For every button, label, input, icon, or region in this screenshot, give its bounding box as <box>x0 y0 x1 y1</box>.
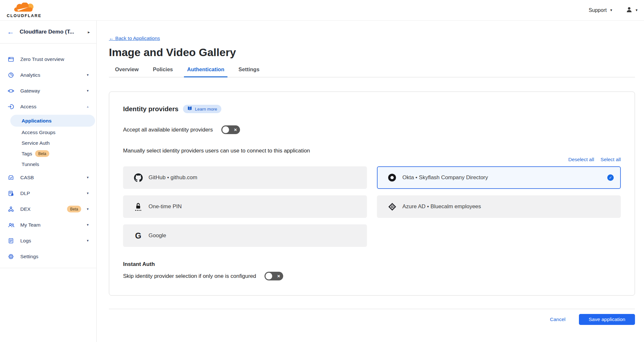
azure-ad-icon <box>387 202 397 211</box>
sidebar-item-casb[interactable]: CASB ▾ <box>0 170 96 185</box>
learn-more-label: Learn more <box>195 107 217 112</box>
toggle-off-x-icon: ✕ <box>277 274 280 278</box>
identity-providers-card: Identity providers Learn more Accept all… <box>109 92 635 296</box>
selection-links: Deselect all Select all <box>123 157 621 162</box>
gateway-icon <box>8 88 15 94</box>
tab-settings[interactable]: Settings <box>235 66 263 77</box>
sidebar-item-access[interactable]: Access ▴ <box>0 99 96 114</box>
cloudflare-logo-text: CLOUDFLARE <box>7 14 42 18</box>
cloudflare-logo[interactable]: CLOUDFLARE <box>4 3 44 18</box>
back-to-applications-link[interactable]: ← Back to Applications <box>109 35 160 41</box>
provider-one-time-pin[interactable]: One-time PIN <box>123 195 367 218</box>
instant-auth-label: Skip identity provider selection if only… <box>123 273 256 279</box>
page-title: Image and Video Gallery <box>109 46 635 59</box>
toggle-off-x-icon: ✕ <box>234 127 237 132</box>
accept-all-toggle[interactable]: ✕ <box>221 125 240 134</box>
top-bar: CLOUDFLARE Support ▼ ▼ <box>0 0 644 21</box>
cloudflare-cloud-icon <box>10 3 38 14</box>
main-content: ← Back to Applications Image and Video G… <box>97 21 644 342</box>
footer-divider <box>109 309 635 309</box>
tab-bar: Overview Policies Authentication Setting… <box>109 66 635 77</box>
okta-icon <box>387 173 397 182</box>
sidebar-account-header: ← Cloudflare Demo (T... ▸ <box>0 21 96 44</box>
access-login-icon <box>8 103 15 110</box>
back-arrow-icon[interactable]: ← <box>7 28 14 35</box>
account-name[interactable]: Cloudflare Demo (T... <box>20 29 82 35</box>
save-application-button[interactable]: Save application <box>579 314 635 325</box>
beta-badge: Beta <box>35 150 50 157</box>
sidebar-item-applications[interactable]: Applications <box>10 115 95 127</box>
sidebar-item-access-groups[interactable]: Access Groups <box>0 127 96 138</box>
chevron-down-icon: ▾ <box>87 175 89 180</box>
chevron-down-icon: ▾ <box>87 89 89 93</box>
sidebar-nav: Zero Trust overview Analytics ▾ Gateway … <box>0 44 96 268</box>
sidebar-item-logs[interactable]: Logs ▾ <box>0 233 96 249</box>
instant-auth-toggle[interactable]: ✕ <box>264 272 283 280</box>
sidebar-divider <box>0 268 96 268</box>
sidebar-item-zero-trust-overview[interactable]: Zero Trust overview <box>0 51 96 67</box>
chevron-right-icon[interactable]: ▸ <box>88 30 90 34</box>
overview-window-icon <box>8 56 15 63</box>
selected-check-icon: ✓ <box>607 174 614 181</box>
google-icon: G <box>133 232 143 240</box>
toggle-knob <box>265 273 272 279</box>
support-label: Support <box>589 7 607 13</box>
instant-auth-row: Skip identity provider selection if only… <box>123 272 621 280</box>
tab-authentication[interactable]: Authentication <box>184 66 228 77</box>
beta-badge: Beta <box>67 206 82 212</box>
github-icon <box>133 173 143 182</box>
footer-actions: Cancel Save application <box>109 314 635 325</box>
dex-network-icon <box>8 206 15 212</box>
toggle-knob <box>222 126 229 133</box>
sidebar-item-my-team[interactable]: My Team ▾ <box>0 217 96 233</box>
card-header: Identity providers Learn more <box>123 105 621 113</box>
provider-grid: GitHub • github.com Okta • Skyflash Comp… <box>123 166 621 247</box>
sidebar-item-dex[interactable]: DEX Beta ▾ <box>0 201 96 217</box>
sidebar-item-settings[interactable]: Settings <box>0 249 96 264</box>
logs-list-icon <box>8 238 15 244</box>
topbar-right: Support ▼ ▼ <box>589 6 639 14</box>
manual-select-text: Manually select identity providers users… <box>123 148 621 154</box>
chevron-down-icon: ▾ <box>87 73 89 77</box>
deselect-all-link[interactable]: Deselect all <box>568 157 594 162</box>
learn-more-badge[interactable]: Learn more <box>183 105 221 113</box>
accept-all-row: Accept all available identity providers … <box>123 125 621 134</box>
instant-auth-heading: Instant Auth <box>123 261 621 268</box>
one-time-pin-lock-icon <box>133 202 143 211</box>
provider-okta[interactable]: Okta • Skyflash Company Directory ✓ <box>377 166 621 189</box>
chevron-down-icon: ▾ <box>87 191 89 195</box>
sidebar-item-gateway[interactable]: Gateway ▾ <box>0 83 96 99</box>
chevron-down-icon: ▼ <box>635 8 638 12</box>
card-title: Identity providers <box>123 105 178 113</box>
provider-azure-ad[interactable]: Azure AD • Bluecalm employees <box>377 195 621 218</box>
sidebar: ← Cloudflare Demo (T... ▸ Zero Trust ove… <box>0 21 97 342</box>
sidebar-item-analytics[interactable]: Analytics ▾ <box>0 67 96 83</box>
support-menu[interactable]: Support ▼ <box>589 7 613 13</box>
chevron-down-icon: ▼ <box>610 8 613 12</box>
my-team-people-icon <box>8 222 15 228</box>
chevron-down-icon: ▾ <box>87 207 89 211</box>
chevron-up-icon: ▴ <box>87 104 89 109</box>
book-icon <box>187 106 192 112</box>
sidebar-item-tags[interactable]: Tags Beta <box>0 148 96 159</box>
chevron-down-icon: ▾ <box>87 239 89 243</box>
tab-overview[interactable]: Overview <box>112 66 142 77</box>
provider-google[interactable]: G Google <box>123 224 367 247</box>
cancel-button[interactable]: Cancel <box>550 317 565 322</box>
sidebar-item-service-auth[interactable]: Service Auth <box>0 138 96 148</box>
tab-policies[interactable]: Policies <box>149 66 176 77</box>
user-menu[interactable]: ▼ <box>626 6 638 14</box>
user-icon <box>626 6 633 14</box>
sidebar-item-tunnels[interactable]: Tunnels <box>0 159 96 170</box>
gear-icon <box>8 253 15 260</box>
dlp-document-lock-icon <box>8 190 15 197</box>
chevron-down-icon: ▾ <box>87 223 89 227</box>
casb-box-check-icon <box>8 174 15 181</box>
accept-all-label: Accept all available identity providers <box>123 127 213 133</box>
provider-github[interactable]: GitHub • github.com <box>123 166 367 189</box>
analytics-pie-icon <box>8 72 15 78</box>
sidebar-item-dlp[interactable]: DLP ▾ <box>0 185 96 201</box>
select-all-link[interactable]: Select all <box>601 157 621 162</box>
